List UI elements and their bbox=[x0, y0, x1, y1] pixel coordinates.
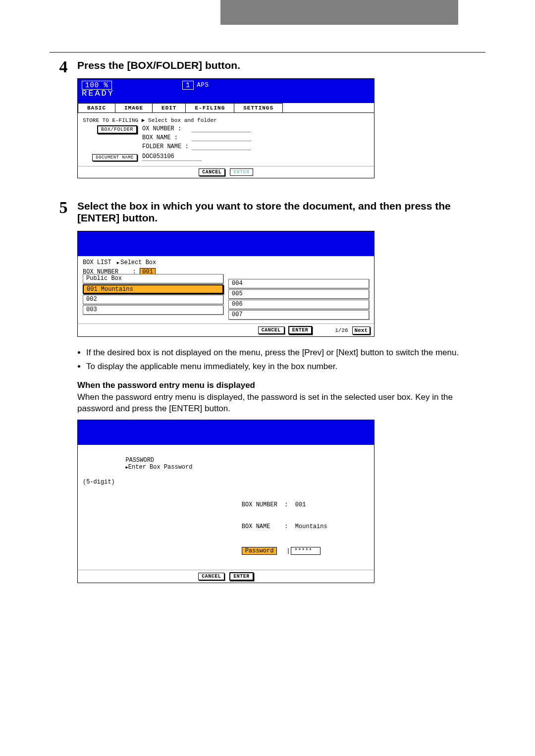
step-5-notes: If the desired box is not displayed on t… bbox=[77, 347, 485, 373]
pw-field-label: Password bbox=[242, 547, 277, 555]
page-indicator: 1/26 bbox=[335, 327, 348, 333]
box-grid: Public Box 001 Mountains 002 003 004 005… bbox=[78, 278, 374, 324]
box-list-nav: CANCEL ENTER 1/26 Next bbox=[78, 324, 374, 336]
dialog-buttons: CANCEL ENTER bbox=[78, 166, 374, 178]
box-item-002[interactable]: 002 bbox=[83, 295, 223, 304]
cancel-button[interactable]: CANCEL bbox=[198, 573, 224, 580]
enter-button[interactable]: ENTER bbox=[288, 326, 313, 334]
pw-box-name-value: Mountains bbox=[295, 523, 327, 530]
tab-image[interactable]: IMAGE bbox=[115, 103, 153, 112]
header-gray-block bbox=[220, 0, 458, 25]
box-number-value bbox=[192, 125, 251, 132]
box-name-value bbox=[192, 134, 251, 141]
tab-basic[interactable]: BASIC bbox=[78, 103, 115, 112]
box-list-label: BOX LIST bbox=[83, 259, 111, 266]
page-content: 4 Press the [BOX/FOLDER] button. 100 % 1… bbox=[50, 52, 485, 623]
step-4-number: 4 bbox=[50, 57, 77, 188]
step-5: 5 Select the box in which you want to st… bbox=[50, 198, 485, 593]
box-folder-button[interactable]: BOX/FOLDER bbox=[97, 125, 137, 134]
step-5-number: 5 bbox=[50, 198, 77, 593]
box-item-007[interactable]: 007 bbox=[228, 310, 369, 320]
ready-label: READY bbox=[82, 89, 370, 98]
cancel-button[interactable]: CANCEL bbox=[199, 168, 225, 176]
box-number-label: OX NUMBER : bbox=[142, 125, 189, 132]
note-key-in: To display the applicable menu immediate… bbox=[86, 361, 485, 373]
tab-edit[interactable]: EDIT bbox=[152, 103, 186, 112]
screen-efiling-store: 100 % 1 APS READY BASIC IMAGE EDIT E-FIL… bbox=[77, 78, 374, 178]
efiling-panel: STORE TO E-FILING ▶ Select box and folde… bbox=[78, 113, 374, 166]
paper-mode: APS bbox=[197, 82, 209, 89]
note-prev-next: If the desired box is not displayed on t… bbox=[86, 347, 485, 359]
password-body: PASSWORD ▶Enter Box Password (5-digit) B… bbox=[78, 445, 374, 570]
status-bar: 100 % 1 APS READY bbox=[78, 79, 374, 103]
pw-box-name-label: BOX NAME bbox=[242, 523, 270, 530]
folder-name-label: FOLDER NAME : bbox=[142, 143, 189, 150]
box-item-005[interactable]: 005 bbox=[228, 289, 369, 299]
box-column-left: Public Box 001 Mountains 002 003 bbox=[83, 278, 223, 321]
breadcrumb-store: STORE TO E-FILING ▶ Select box and folde… bbox=[83, 117, 369, 123]
copy-count: 1 bbox=[182, 81, 194, 90]
tab-settings[interactable]: SETTINGS bbox=[234, 103, 283, 112]
folder-name-value bbox=[192, 143, 251, 150]
enter-button[interactable]: ENTER bbox=[229, 572, 254, 581]
box-column-right: 004 005 006 007 bbox=[228, 278, 369, 321]
step-4-title: Press the [BOX/FOLDER] button. bbox=[77, 59, 485, 71]
box-list-bluebar bbox=[78, 231, 374, 256]
box-item-004[interactable]: 004 bbox=[228, 279, 369, 288]
field-labels: OX NUMBER : BOX NAME : FOLDER NAME : bbox=[142, 125, 251, 150]
step-4: 4 Press the [BOX/FOLDER] button. 100 % 1… bbox=[50, 57, 485, 188]
password-bluebar bbox=[78, 420, 374, 445]
document-name-value: DOC053106 bbox=[142, 153, 202, 161]
next-button[interactable]: Next bbox=[352, 326, 370, 334]
cancel-button[interactable]: CANCEL bbox=[258, 326, 284, 334]
box-list-crumb: Select Box bbox=[115, 259, 156, 266]
enter-button-disabled: ENTER bbox=[230, 168, 253, 176]
password-crumb: Enter Box Password bbox=[128, 464, 193, 471]
box-item-public[interactable]: Public Box bbox=[83, 274, 223, 283]
tab-e-filing[interactable]: E-FILING bbox=[185, 103, 234, 112]
screen-password: PASSWORD ▶Enter Box Password (5-digit) B… bbox=[77, 420, 374, 583]
box-item-006[interactable]: 006 bbox=[228, 300, 369, 309]
pw-box-number-label: BOX NUMBER bbox=[242, 501, 277, 508]
step-5-title: Select the box in which you want to stor… bbox=[77, 200, 485, 224]
box-name-label: BOX NAME : bbox=[142, 134, 189, 141]
tab-strip: BASIC IMAGE EDIT E-FILING SETTINGS bbox=[78, 103, 374, 113]
document-name-button[interactable]: DOCUMENT NAME bbox=[92, 154, 137, 161]
password-heading: When the password entry menu is displaye… bbox=[77, 380, 485, 390]
password-buttons: CANCEL ENTER bbox=[78, 570, 374, 583]
pw-field-value[interactable]: ***** bbox=[291, 547, 321, 555]
password-paragraph: When the password entry menu is displaye… bbox=[77, 391, 485, 415]
caret-icon bbox=[288, 548, 289, 554]
pw-box-number-value: 001 bbox=[295, 501, 306, 508]
password-hint: (5-digit) bbox=[83, 479, 369, 486]
screen-box-list: BOX LIST Select Box BOX NUMBER : 001 Pub… bbox=[77, 231, 374, 337]
box-item-001[interactable]: 001 Mountains bbox=[83, 284, 223, 294]
password-title: PASSWORD bbox=[125, 457, 154, 464]
box-item-003[interactable]: 003 bbox=[83, 305, 223, 315]
